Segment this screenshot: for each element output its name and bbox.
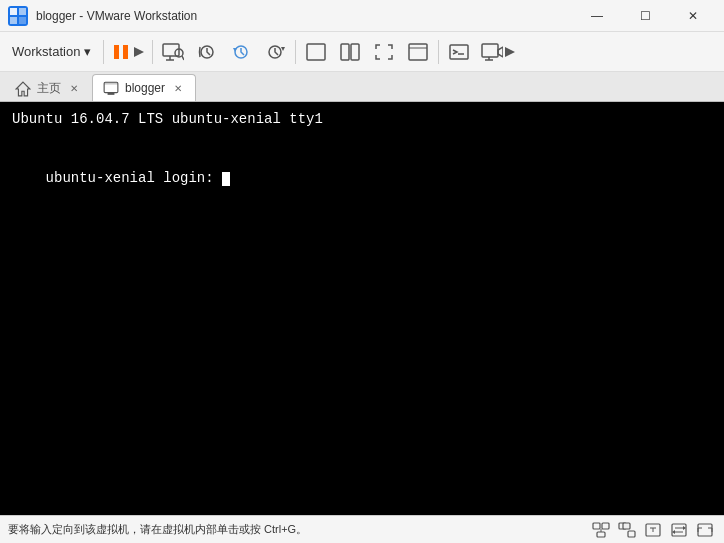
tab-home-close[interactable]: ✕ (67, 82, 81, 96)
toolbar-divider-3 (295, 40, 296, 64)
svg-rect-44 (672, 524, 686, 536)
toolbar-divider-2 (152, 40, 153, 64)
dropdown-arrow: ▾ (84, 44, 91, 59)
svg-rect-2 (19, 8, 26, 15)
svg-marker-15 (233, 48, 237, 52)
svg-rect-3 (10, 17, 17, 24)
svg-rect-40 (623, 523, 630, 529)
svg-rect-23 (450, 45, 468, 59)
status-icons (590, 519, 716, 541)
svg-rect-36 (597, 532, 605, 537)
window-controls: — ☐ ✕ (574, 0, 716, 32)
vm-line-3: ubuntu-xenial login: (12, 149, 712, 208)
tab-bar: 主页 ✕ blogger ✕ (0, 72, 724, 102)
view-normal-button[interactable] (300, 36, 332, 68)
view-split-button[interactable] (334, 36, 366, 68)
status-network-icon[interactable] (590, 519, 612, 541)
svg-marker-29 (505, 47, 515, 57)
toolbar-divider-1 (103, 40, 104, 64)
close-button[interactable]: ✕ (670, 0, 716, 32)
svg-rect-1 (10, 8, 17, 15)
tab-blogger-label: blogger (125, 81, 165, 95)
snapshot-restore-button[interactable] (225, 36, 257, 68)
title-bar: blogger - VMware Workstation — ☐ ✕ (0, 0, 724, 32)
svg-line-12 (182, 56, 184, 60)
svg-rect-35 (602, 523, 609, 529)
workstation-menu-button[interactable]: Workstation ▾ (4, 36, 99, 68)
vm-line-2 (12, 130, 712, 150)
view-fit-button[interactable] (368, 36, 400, 68)
minimize-button[interactable]: — (574, 0, 620, 32)
snapshot-manager-button[interactable] (259, 36, 291, 68)
tab-home-label: 主页 (37, 80, 61, 97)
vm-line-1: Ubuntu 16.04.7 LTS ubuntu-xenial tty1 (12, 110, 712, 130)
vm-icon (103, 80, 119, 96)
app-icon (8, 6, 28, 26)
svg-rect-39 (628, 531, 635, 537)
svg-rect-18 (307, 44, 325, 60)
console-button[interactable] (443, 36, 475, 68)
svg-rect-33 (104, 82, 118, 84)
cursor (222, 172, 230, 186)
vm-screen[interactable]: Ubuntu 16.04.7 LTS ubuntu-xenial tty1 ub… (0, 102, 724, 515)
toolbar-divider-4 (438, 40, 439, 64)
status-transfer-icon[interactable] (668, 519, 690, 541)
tab-blogger[interactable]: blogger ✕ (92, 74, 196, 101)
snapshot-button[interactable] (191, 36, 223, 68)
tab-blogger-close[interactable]: ✕ (171, 81, 185, 95)
svg-rect-21 (409, 44, 427, 60)
svg-rect-19 (341, 44, 349, 60)
svg-rect-49 (698, 524, 712, 536)
status-settings-icon[interactable] (616, 519, 638, 541)
svg-rect-4 (19, 17, 26, 24)
tab-home[interactable]: 主页 ✕ (4, 75, 92, 101)
svg-rect-20 (351, 44, 359, 60)
toolbar: Workstation ▾ (0, 32, 724, 72)
status-expand-icon[interactable] (694, 519, 716, 541)
svg-marker-30 (16, 82, 30, 96)
view-fullscreen-button[interactable] (402, 36, 434, 68)
status-hint: 要将输入定向到该虚拟机，请在虚拟机内部单击或按 Ctrl+G。 (8, 522, 590, 537)
window-title: blogger - VMware Workstation (36, 9, 574, 23)
svg-rect-5 (114, 45, 119, 59)
svg-rect-32 (108, 93, 115, 95)
status-bar: 要将输入定向到该虚拟机，请在虚拟机内部单击或按 Ctrl+G。 (0, 515, 724, 543)
connect-vm-button[interactable] (157, 36, 189, 68)
home-icon (15, 81, 31, 97)
pause-button[interactable] (108, 36, 148, 68)
maximize-button[interactable]: ☐ (622, 0, 668, 32)
svg-rect-6 (123, 45, 128, 59)
workstation-label: Workstation (12, 44, 80, 59)
svg-marker-17 (281, 47, 285, 51)
display-button[interactable] (477, 36, 519, 68)
svg-rect-34 (593, 523, 600, 529)
status-usb-icon[interactable] (642, 519, 664, 541)
svg-rect-25 (482, 44, 498, 57)
svg-marker-7 (134, 47, 144, 57)
